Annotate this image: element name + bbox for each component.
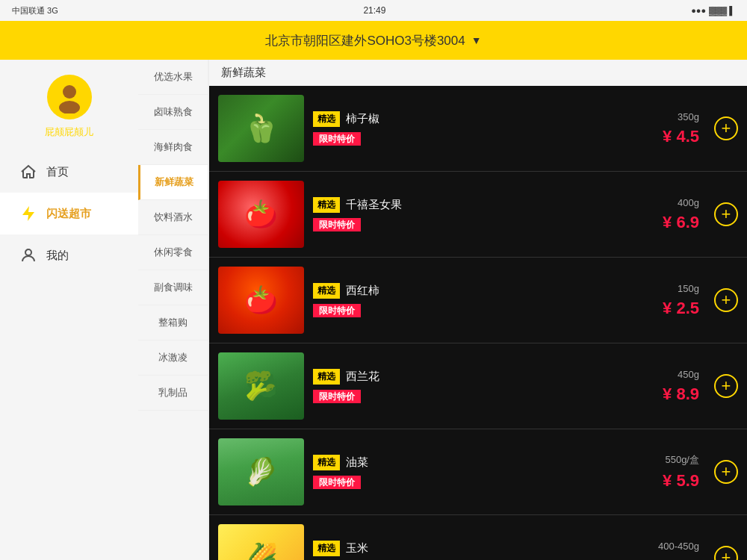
product-info-p6: 精选 玉米 限时特价	[313, 541, 601, 560]
product-tags-p1: 精选 柿子椒	[313, 111, 601, 127]
category-item-drink[interactable]: 饮料酒水	[138, 200, 208, 235]
product-right-p4: 450g ¥ 8.9	[610, 369, 699, 404]
product-item-p1: 🫑 精选 柿子椒 限时特价 350g ¥ 4.5 +	[209, 86, 747, 172]
tag-xianzhe-p2: 限时特价	[313, 218, 361, 231]
product-info-p1: 精选 柿子椒 限时特价	[313, 111, 601, 146]
carrier-text: 中国联通 3G	[12, 5, 58, 16]
product-tags-p5: 精选 油菜	[313, 455, 601, 470]
product-list: 🫑 精选 柿子椒 限时特价 350g ¥ 4.5 + 🍅 精选 千禧圣女果	[209, 86, 747, 560]
product-image-p1: 🫑	[218, 95, 304, 162]
product-name-p4: 西兰花	[346, 370, 379, 384]
product-name-p6: 玉米	[346, 541, 368, 556]
add-button-p4[interactable]: +	[714, 374, 738, 398]
person-icon	[18, 245, 39, 266]
category-item-fruit[interactable]: 优选水果	[138, 60, 208, 95]
header: 北京市朝阳区建外SOHO3号楼3004 ▼	[0, 21, 747, 60]
product-right-p3: 150g ¥ 2.5	[610, 283, 699, 318]
category-item-ice[interactable]: 冰激凌	[138, 340, 208, 376]
category-item-dairy[interactable]: 乳制品	[138, 376, 208, 411]
user-profile: 屁颠屁颠儿	[0, 60, 138, 151]
tag-jingxuan-p4: 精选	[313, 369, 340, 385]
tag-jingxuan-p5: 精选	[313, 455, 340, 470]
tag-xianzhe-wrapper-p3: 限时特价	[313, 303, 601, 317]
product-info-p2: 精选 千禧圣女果 限时特价	[313, 197, 601, 231]
username-label: 屁颠屁颠儿	[45, 125, 93, 139]
product-name-p5: 油菜	[346, 455, 368, 470]
product-image-p6: 🌽	[218, 524, 304, 560]
avatar[interactable]	[47, 75, 92, 119]
product-weight-p5: 550g/盒	[665, 453, 699, 467]
tag-jingxuan-p1: 精选	[313, 111, 340, 127]
tag-xianzhe-wrapper-p1: 限时特价	[313, 131, 601, 146]
add-button-p3[interactable]: +	[714, 288, 738, 312]
sidebar-item-flash[interactable]: 闪送超市	[0, 193, 138, 234]
product-info-p4: 精选 西兰花 限时特价	[313, 369, 601, 403]
category-item-meat[interactable]: 海鲜肉食	[138, 130, 208, 165]
product-emoji-p3: 🍅	[218, 267, 304, 334]
category-item-cooked[interactable]: 卤味熟食	[138, 95, 208, 130]
product-emoji-p2: 🍅	[218, 181, 304, 248]
sidebar-item-home-label: 首页	[46, 165, 69, 179]
battery-text: ●●● ▓▓▓ ▌	[691, 6, 735, 15]
product-section: 新鲜蔬菜 🫑 精选 柿子椒 限时特价 350g ¥ 4.5 + 🍅 精选 千禧圣…	[209, 60, 747, 560]
tag-xianzhe-wrapper-p2: 限时特价	[313, 217, 601, 231]
sidebar-item-home[interactable]: 首页	[0, 151, 138, 193]
product-weight-p4: 450g	[678, 369, 699, 380]
product-image-p5: 🥬	[218, 438, 304, 505]
product-price-p4: ¥ 8.9	[663, 385, 699, 404]
product-right-p5: 550g/盒 ¥ 5.9	[610, 453, 699, 491]
product-item-p6: 🌽 精选 玉米 限时特价 400-450g ¥ 3.9 +	[209, 515, 747, 560]
category-item-box[interactable]: 整箱购	[138, 305, 208, 340]
product-info-p5: 精选 油菜 限时特价	[313, 455, 601, 489]
category-item-seasoning[interactable]: 副食调味	[138, 270, 208, 305]
product-price-p6: ¥ 3.9	[663, 556, 699, 561]
main-layout: 屁颠屁颠儿 首页 闪送超市	[0, 60, 747, 560]
product-emoji-p1: 🫑	[218, 95, 304, 162]
add-button-p5[interactable]: +	[714, 460, 738, 484]
add-button-p1[interactable]: +	[714, 116, 738, 140]
signal-icon: ●●●	[691, 6, 706, 15]
tag-jingxuan-p6: 精选	[313, 541, 340, 556]
product-price-p3: ¥ 2.5	[663, 299, 699, 318]
product-price-p2: ¥ 6.9	[663, 213, 699, 232]
tag-xianzhe-p4: 限时特价	[313, 390, 361, 403]
product-weight-p3: 150g	[678, 283, 699, 294]
product-name-p3: 西红柿	[346, 284, 379, 298]
bolt-icon	[18, 203, 39, 224]
product-tags-p6: 精选 玉米	[313, 541, 601, 556]
sidebar-item-mine[interactable]: 我的	[0, 234, 138, 276]
add-button-p6[interactable]: +	[714, 546, 738, 560]
tag-jingxuan-p2: 精选	[313, 197, 340, 213]
product-emoji-p5: 🥬	[218, 438, 304, 505]
product-weight-p1: 350g	[678, 111, 699, 122]
product-name-p1: 柿子椒	[346, 112, 379, 126]
product-right-p1: 350g ¥ 4.5	[610, 111, 699, 146]
category-list: 优选水果卤味熟食海鲜肉食新鲜蔬菜饮料酒水休闲零食副食调味整箱购冰激凌乳制品	[138, 60, 209, 560]
product-item-p2: 🍅 精选 千禧圣女果 限时特价 400g ¥ 6.9 +	[209, 172, 747, 258]
product-tags-p2: 精选 千禧圣女果	[313, 197, 601, 213]
product-info-p3: 精选 西红柿 限时特价	[313, 283, 601, 317]
svg-point-3	[25, 249, 31, 255]
product-item-p5: 🥬 精选 油菜 限时特价 550g/盒 ¥ 5.9 +	[209, 429, 747, 515]
svg-point-0	[63, 85, 76, 99]
time-text: 21:49	[363, 5, 385, 16]
tag-xianzhe-p5: 限时特价	[313, 476, 361, 489]
product-price-p1: ¥ 4.5	[663, 127, 699, 146]
add-button-p2[interactable]: +	[714, 202, 738, 226]
home-icon	[18, 161, 39, 182]
tag-xianzhe-p1: 限时特价	[313, 132, 361, 146]
product-name-p2: 千禧圣女果	[346, 198, 402, 212]
tag-jingxuan-p3: 精选	[313, 283, 340, 299]
product-emoji-p4: 🥦	[218, 352, 304, 420]
section-header: 新鲜蔬菜	[209, 60, 747, 86]
location-title: 北京市朝阳区建外SOHO3号楼3004	[265, 32, 465, 49]
sidebar-item-flash-label: 闪送超市	[46, 207, 91, 221]
nav-sidebar: 屁颠屁颠儿 首页 闪送超市	[0, 60, 138, 560]
category-item-veg[interactable]: 新鲜蔬菜	[138, 165, 208, 200]
product-emoji-p6: 🌽	[218, 524, 304, 560]
dropdown-arrow[interactable]: ▼	[471, 34, 482, 46]
product-item-p3: 🍅 精选 西红柿 限时特价 150g ¥ 2.5 +	[209, 258, 747, 343]
category-item-snack[interactable]: 休闲零食	[138, 235, 208, 270]
product-tags-p3: 精选 西红柿	[313, 283, 601, 299]
product-item-p4: 🥦 精选 西兰花 限时特价 450g ¥ 8.9 +	[209, 343, 747, 429]
